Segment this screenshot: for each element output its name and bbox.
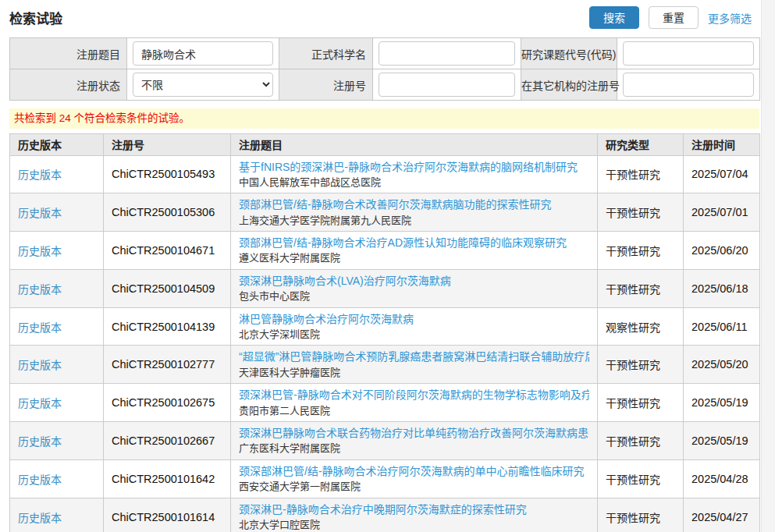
- table-row: 历史版本 ChiCTR2500104509 颈深淋巴静脉吻合术(LVA)治疗阿尔…: [10, 269, 760, 307]
- project-code-label: 研究课题代号(代码): [521, 38, 617, 69]
- hospital-name: 贵阳市第二人民医院: [239, 403, 589, 419]
- reg-no-input[interactable]: [379, 73, 515, 97]
- study-type: 干预性研究: [606, 359, 660, 371]
- study-type: 干预性研究: [606, 283, 660, 296]
- reg-no-label: 注册号: [279, 69, 373, 101]
- results-header-row: 历史版本 注册号 注册题目 研究类型 注册时间: [10, 133, 760, 155]
- history-version-link[interactable]: 历史版本: [18, 473, 62, 486]
- table-row: 历史版本 ChiCTR2500102777 “超显微”淋巴管静脉吻合术预防乳腺癌…: [10, 346, 760, 384]
- results-table: 历史版本 注册号 注册题目 研究类型 注册时间 历史版本 ChiCTR25001…: [9, 133, 760, 532]
- registration-number: ChiCTR2500102675: [112, 396, 215, 409]
- history-version-link[interactable]: 历史版本: [18, 283, 62, 296]
- form-row-2: 注册状态 不限 注册号 在其它机构的注册号: [10, 69, 760, 101]
- hospital-name: 包头市中心医院: [239, 289, 589, 304]
- trial-title-link[interactable]: 颈部淋巴管/结-静脉吻合术治疗AD源性认知功能障碍的临床观察研究: [239, 235, 589, 250]
- study-type: 干预性研究: [606, 397, 660, 410]
- registration-date: 2025/04/27: [691, 511, 748, 523]
- study-type: 干预性研究: [606, 435, 660, 448]
- registration-date: 2025/05/20: [691, 358, 748, 371]
- hospital-name: 遵义医科大学附属医院: [239, 250, 589, 266]
- registration-date: 2025/06/20: [691, 244, 748, 257]
- project-code-input[interactable]: [623, 41, 754, 66]
- table-row: 历史版本 ChiCTR2500102667 颈深淋巴静脉吻合术联合药物治疗对比单…: [10, 422, 760, 460]
- registration-number: ChiCTR2500104671: [112, 244, 215, 257]
- registration-number: ChiCTR2500101614: [112, 511, 215, 523]
- registration-date: 2025/07/01: [691, 206, 748, 218]
- hospital-name: 西安交通大学第一附属医院: [239, 479, 589, 495]
- trial-title-link[interactable]: 颈深淋巴管-静脉吻合术对不同阶段阿尔茨海默病的生物学标志物影响及疗效与安...: [239, 387, 589, 403]
- search-form: 注册题目 正式科学名 研究课题代号(代码) 注册状态 不限 注册号 在其它机构的…: [9, 37, 760, 101]
- history-version-link[interactable]: 历史版本: [18, 321, 62, 334]
- registration-number: ChiCTR2500101642: [112, 473, 215, 485]
- vertical-scrollbar[interactable]: [761, 0, 775, 532]
- form-row-1: 注册题目 正式科学名 研究课题代号(代码): [10, 38, 760, 69]
- col-header-registration-title: 注册题目: [231, 133, 598, 155]
- hospital-name: 北京大学深圳医院: [239, 327, 589, 342]
- study-type: 干预性研究: [606, 473, 660, 486]
- topbar: 检索试验 搜索 重置 更多筛选: [9, 6, 752, 34]
- hospital-name: 北京大学口腔医院: [239, 517, 589, 532]
- table-row: 历史版本 ChiCTR2500101642 颈深部淋巴管/结-静脉吻合术治疗阿尔…: [10, 459, 760, 498]
- registration-number: ChiCTR2500102777: [112, 358, 215, 371]
- study-type: 干预性研究: [606, 168, 660, 181]
- page-title: 检索试验: [9, 6, 62, 27]
- table-row: 历史版本 ChiCTR2500104139 淋巴管静脉吻合术治疗阿尔茨海默病 北…: [10, 307, 760, 346]
- registration-date: 2025/05/19: [691, 434, 748, 447]
- table-row: 历史版本 ChiCTR2500102675 颈深淋巴管-静脉吻合术对不同阶段阿尔…: [10, 384, 760, 422]
- registration-date: 2025/04/28: [691, 473, 748, 485]
- trial-title-link[interactable]: “超显微”淋巴管静脉吻合术预防乳腺癌患者腋窝淋巴结清扫联合辅助放疗后患肢淋...: [239, 349, 589, 364]
- history-version-link[interactable]: 历史版本: [18, 207, 62, 219]
- study-type: 观察性研究: [606, 321, 660, 334]
- study-type: 干预性研究: [606, 512, 660, 524]
- registration-number: ChiCTR2500105306: [112, 206, 215, 218]
- table-row: 历史版本 ChiCTR2500104671 颈部淋巴管/结-静脉吻合术治疗AD源…: [10, 232, 760, 270]
- sci-name-input[interactable]: [379, 41, 515, 66]
- history-version-link[interactable]: 历史版本: [18, 435, 62, 448]
- reg-status-select[interactable]: 不限: [133, 73, 273, 97]
- history-version-link[interactable]: 历史版本: [18, 168, 62, 181]
- registration-date: 2025/06/18: [691, 282, 748, 295]
- col-header-study-type: 研究类型: [598, 133, 684, 155]
- study-type: 干预性研究: [606, 207, 660, 219]
- reg-status-label: 注册状态: [10, 69, 127, 101]
- col-header-registration-date: 注册时间: [684, 133, 760, 155]
- trial-title-link[interactable]: 颈部淋巴管/结-静脉吻合术改善阿尔茨海默病脑功能的探索性研究: [239, 197, 589, 212]
- other-reg-no-label: 在其它机构的注册号: [521, 69, 617, 101]
- reg-title-input[interactable]: [133, 41, 273, 66]
- registration-date: 2025/06/11: [691, 321, 748, 333]
- study-type: 干预性研究: [606, 245, 660, 257]
- registration-date: 2025/07/04: [691, 168, 748, 180]
- col-header-history-version: 历史版本: [10, 133, 104, 155]
- registration-date: 2025/05/19: [691, 396, 748, 409]
- registration-number: ChiCTR2500105493: [112, 168, 215, 180]
- reset-button[interactable]: 重置: [649, 6, 699, 29]
- hospital-name: 广东医科大学附属医院: [239, 441, 589, 456]
- registration-number: ChiCTR2500104509: [112, 282, 215, 295]
- history-version-link[interactable]: 历史版本: [18, 512, 62, 524]
- table-row: 历史版本 ChiCTR2500101614 颈深淋巴-静脉吻合术治疗中晚期阿尔茨…: [10, 498, 760, 532]
- history-version-link[interactable]: 历史版本: [18, 397, 62, 410]
- hospital-name: 天津医科大学肿瘤医院: [239, 365, 589, 381]
- trial-title-link[interactable]: 颈深部淋巴管/结-静脉吻合术治疗阿尔茨海默病的单中心前瞻性临床研究: [239, 463, 589, 479]
- hospital-name: 上海交通大学医学院附属第九人民医院: [239, 213, 589, 229]
- search-trials-page: 检索试验 搜索 重置 更多筛选 注册题目 正式科学名 研究课题代号(代码) 注册…: [0, 0, 761, 532]
- table-row: 历史版本 ChiCTR2500105493 基于fNIRS的颈深淋巴-静脉吻合术…: [10, 155, 760, 193]
- trial-title-link[interactable]: 淋巴管静脉吻合术治疗阿尔茨海默病: [239, 311, 589, 327]
- table-row: 历史版本 ChiCTR2500105306 颈部淋巴管/结-静脉吻合术改善阿尔茨…: [10, 193, 760, 232]
- col-header-registration-number: 注册号: [104, 133, 231, 155]
- trial-title-link[interactable]: 颈深淋巴静脉吻合术(LVA)治疗阿尔茨海默病: [239, 273, 589, 289]
- other-reg-no-input[interactable]: [623, 73, 754, 97]
- toolbar-actions: 搜索 重置 更多筛选: [589, 6, 752, 29]
- reg-title-label: 注册题目: [10, 38, 127, 69]
- hospital-name: 中国人民解放军中部战区总医院: [239, 175, 589, 190]
- search-button[interactable]: 搜索: [589, 6, 639, 29]
- trial-title-link[interactable]: 基于fNIRS的颈深淋巴-静脉吻合术治疗阿尔茨海默病的脑网络机制研究: [239, 159, 589, 175]
- more-filters-link[interactable]: 更多筛选: [708, 10, 752, 26]
- trial-title-link[interactable]: 颈深淋巴静脉吻合术联合药物治疗对比单纯药物治疗改善阿尔茨海默病患者认知功...: [239, 425, 589, 441]
- registration-number: ChiCTR2500102667: [112, 434, 215, 447]
- sci-name-label: 正式科学名: [279, 38, 373, 69]
- registration-number: ChiCTR2500104139: [112, 321, 215, 333]
- history-version-link[interactable]: 历史版本: [18, 245, 62, 257]
- trial-title-link[interactable]: 颈深淋巴-静脉吻合术治疗中晚期阿尔茨海默症的探索性研究: [239, 502, 589, 517]
- history-version-link[interactable]: 历史版本: [18, 359, 62, 371]
